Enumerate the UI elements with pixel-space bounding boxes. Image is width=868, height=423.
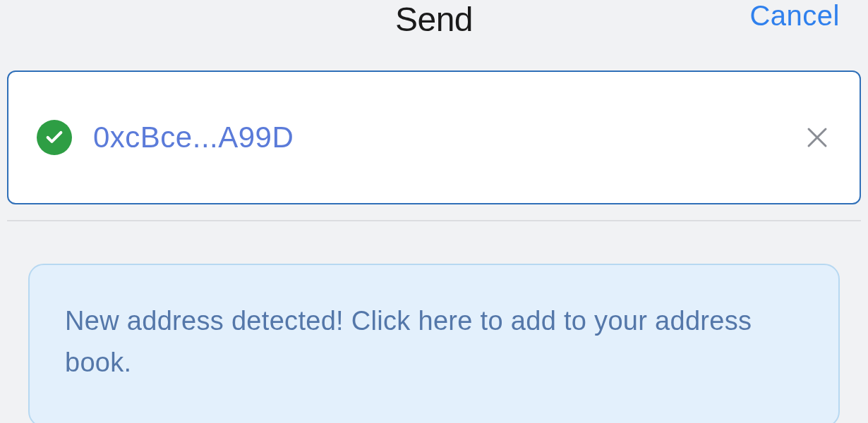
notice-area: New address detected! Click here to add …: [0, 221, 868, 423]
notice-text: New address detected! Click here to add …: [65, 300, 803, 384]
clear-address-button[interactable]: [803, 123, 831, 152]
address-input-area: 0xcBce...A99D: [0, 42, 868, 204]
address-input-box[interactable]: 0xcBce...A99D: [7, 70, 861, 204]
page-title: Send: [395, 0, 473, 39]
address-value: 0xcBce...A99D: [93, 121, 782, 154]
cancel-button[interactable]: Cancel: [749, 0, 840, 32]
page-header: Send Cancel: [0, 0, 868, 42]
add-to-address-book-notice[interactable]: New address detected! Click here to add …: [28, 264, 840, 423]
verified-check-icon: [37, 120, 72, 155]
